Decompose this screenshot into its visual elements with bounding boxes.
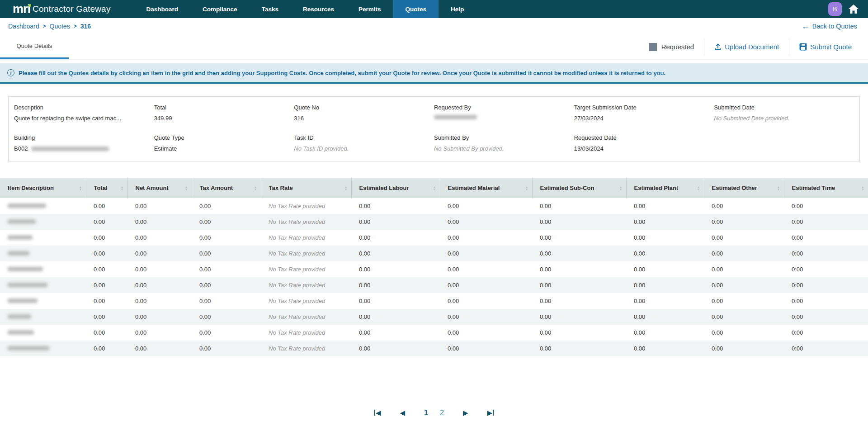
table-row[interactable]: 0.000.000.00No Tax Rate provided0.000.00…: [0, 341, 868, 356]
page-2-button[interactable]: 2: [440, 409, 444, 417]
tab-strip: Quote Details Requested Upload Document …: [0, 34, 868, 60]
cell-estimated-other: 0.00: [704, 261, 784, 277]
col-header-label: Estimated Material: [448, 185, 500, 191]
info-banner-text: Please fill out the Quotes details by cl…: [19, 70, 665, 76]
cell-total: 0.00: [86, 198, 127, 214]
cell-estimated-material: 0.00: [440, 325, 532, 341]
table-row[interactable]: 0.000.000.00No Tax Rate provided0.000.00…: [0, 309, 868, 325]
cell-tax-rate: No Tax Rate provided: [261, 277, 351, 293]
field-value-prefix: B002 -: [14, 145, 31, 152]
quote-details-card: DescriptionQuote for replacing the swipe…: [8, 96, 860, 161]
nav-item-compliance[interactable]: Compliance: [190, 0, 250, 18]
col-header-estimated-material[interactable]: Estimated Material▲▼: [440, 178, 532, 198]
col-header-item-description[interactable]: Item Description▲▼: [0, 178, 86, 198]
redacted-value: [31, 147, 109, 151]
col-header-tax-amount[interactable]: Tax Amount▲▼: [192, 178, 261, 198]
col-header-estimated-other[interactable]: Estimated Other▲▼: [704, 178, 784, 198]
col-header-estimated-plant[interactable]: Estimated Plant▲▼: [626, 178, 704, 198]
col-header-tax-rate[interactable]: Tax Rate▲▼: [261, 178, 351, 198]
breadcrumb-item-quotes[interactable]: Quotes: [50, 23, 70, 30]
nav-item-dashboard[interactable]: Dashboard: [134, 0, 191, 18]
cell-estimated-subcon: 0.00: [532, 293, 626, 309]
cell-total: 0.00: [86, 261, 127, 277]
field-label: Submitted By: [434, 134, 574, 141]
sort-icons: ▲▼: [182, 186, 188, 190]
upload-label: Upload Document: [725, 43, 779, 51]
product-name: Contractor Gateway: [33, 4, 111, 14]
field-label: Target Submission Date: [574, 104, 714, 111]
cell-estimated-other: 0.00: [704, 198, 784, 214]
col-header-total[interactable]: Total▲▼: [86, 178, 127, 198]
breadcrumb-item-dashboard[interactable]: Dashboard: [8, 23, 39, 30]
breadcrumb-separator-icon: >: [43, 23, 46, 29]
cell-estimated-subcon: 0.00: [532, 214, 626, 230]
home-button[interactable]: [848, 4, 859, 14]
col-header-label: Estimated Sub-Con: [540, 185, 594, 191]
previous-page-button[interactable]: ◀: [400, 409, 406, 417]
nav-item-quotes[interactable]: Quotes: [393, 0, 439, 18]
nav-item-help[interactable]: Help: [439, 0, 476, 18]
col-header-estimated-sub-con[interactable]: Estimated Sub-Con▲▼: [532, 178, 626, 198]
table-row[interactable]: 0.000.000.00No Tax Rate provided0.000.00…: [0, 261, 868, 277]
page-1-button[interactable]: 1: [424, 409, 428, 417]
table-row[interactable]: 0.000.000.00No Tax Rate provided0.000.00…: [0, 325, 868, 341]
field-value: 27/03/2024: [574, 115, 714, 122]
col-header-estimated-labour[interactable]: Estimated Labour▲▼: [351, 178, 440, 198]
col-header-estimated-time[interactable]: Estimated Time▲▼: [784, 178, 868, 198]
back-to-quotes-link[interactable]: ← Back to Quotes: [802, 22, 857, 30]
field-target-submission-date: Target Submission Date27/03/2024: [574, 104, 714, 122]
cell-estimated-subcon: 0.00: [532, 261, 626, 277]
quote-items-grid: Item Description▲▼Total▲▼Net Amount▲▼Tax…: [0, 178, 868, 356]
next-page-button[interactable]: ▶: [463, 409, 468, 417]
last-page-button[interactable]: ▶: [487, 409, 494, 417]
cell-net-amount: 0.00: [127, 198, 192, 214]
sort-down-icon: ▼: [525, 188, 528, 190]
nav-item-resources[interactable]: Resources: [291, 0, 346, 18]
table-row[interactable]: 0.000.000.00No Tax Rate provided0.000.00…: [0, 277, 868, 293]
col-header-inner: Estimated Labour▲▼: [352, 185, 440, 191]
tab-quote-details[interactable]: Quote Details: [0, 34, 69, 59]
sort-icons: ▲▼: [774, 186, 780, 190]
nav-item-tasks[interactable]: Tasks: [250, 0, 291, 18]
table-row[interactable]: 0.000.000.00No Tax Rate provided0.000.00…: [0, 246, 868, 261]
cell-net-amount: 0.00: [127, 246, 192, 261]
upload-document-button[interactable]: Upload Document: [704, 43, 789, 51]
cell-item-description: [0, 198, 86, 214]
sort-down-icon: ▼: [697, 188, 700, 190]
brand-logo[interactable]: mri Contractor Gateway: [0, 0, 111, 18]
table-row[interactable]: 0.000.000.00No Tax Rate provided0.000.00…: [0, 198, 868, 214]
cell-estimated-labour: 0.00: [351, 325, 440, 341]
cell-tax-rate: No Tax Rate provided: [261, 325, 351, 341]
table-row[interactable]: 0.000.000.00No Tax Rate provided0.000.00…: [0, 293, 868, 309]
breadcrumb-item-316[interactable]: 316: [80, 23, 91, 30]
redacted-value: [8, 298, 38, 303]
cell-tax-rate: No Tax Rate provided: [261, 309, 351, 325]
submit-quote-button[interactable]: Submit Quote: [789, 43, 862, 51]
first-page-button[interactable]: ◀: [374, 409, 381, 417]
cell-estimated-labour: 0.00: [351, 246, 440, 261]
col-header-inner: Item Description▲▼: [0, 185, 86, 191]
cell-estimated-other: 0.00: [704, 293, 784, 309]
field-value: Estimate: [154, 145, 294, 152]
redacted-value: [8, 235, 33, 240]
col-header-net-amount[interactable]: Net Amount▲▼: [127, 178, 192, 198]
sort-down-icon: ▼: [121, 188, 124, 190]
cell-item-description: [0, 293, 86, 309]
last-page-arrow-icon: ▶: [487, 409, 492, 417]
cell-estimated-subcon: 0.00: [532, 277, 626, 293]
cell-estimated-plant: 0.00: [626, 325, 704, 341]
cell-net-amount: 0.00: [127, 293, 192, 309]
cell-estimated-time: 0:00: [784, 261, 868, 277]
redacted-value: [8, 251, 29, 256]
sort-down-icon: ▼: [777, 188, 780, 190]
col-header-label: Tax Amount: [200, 185, 233, 191]
col-header-label: Tax Rate: [269, 185, 293, 191]
nav-item-permits[interactable]: Permits: [346, 0, 393, 18]
table-row[interactable]: 0.000.000.00No Tax Rate provided0.000.00…: [0, 214, 868, 230]
cell-tax-amount: 0.00: [192, 230, 261, 246]
cell-tax-rate: No Tax Rate provided: [261, 246, 351, 261]
cell-estimated-labour: 0.00: [351, 230, 440, 246]
table-row[interactable]: 0.000.000.00No Tax Rate provided0.000.00…: [0, 230, 868, 246]
cell-tax-amount: 0.00: [192, 309, 261, 325]
user-avatar[interactable]: B: [828, 2, 842, 16]
